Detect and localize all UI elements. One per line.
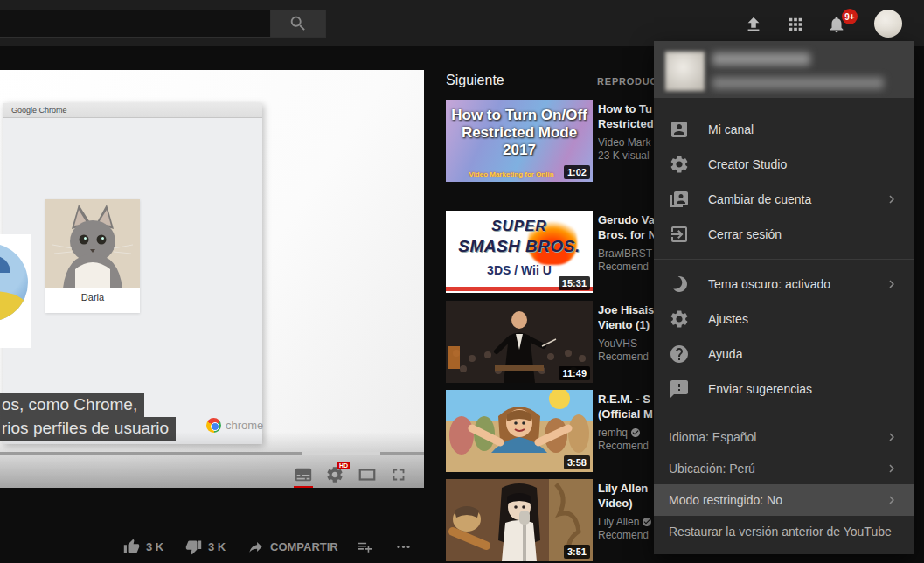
switch-account-icon: [669, 189, 690, 210]
video-title: Joe Hisais: [598, 302, 657, 317]
thumb-text: 3DS / Wii U: [446, 263, 593, 277]
account-email-redacted: [712, 77, 884, 89]
video-title: Video): [598, 496, 657, 511]
profile-card-partial: [0, 234, 31, 348]
video-channel: YouVHS: [598, 337, 657, 350]
video-meta: Recomend: [598, 529, 657, 541]
youtube-watch-page: 9+ Google Chrome: [0, 0, 924, 563]
help-icon: [669, 344, 690, 365]
account-menu-header: [654, 41, 914, 98]
theater-mode-button[interactable]: [358, 465, 377, 484]
menu-item-location[interactable]: Ubicación: Perú: [654, 453, 914, 484]
profile-card-name: Darla: [45, 292, 140, 302]
notification-count-badge: 9+: [842, 9, 858, 24]
subtitles-cc-button[interactable]: [294, 465, 313, 484]
playlist-add-icon: [357, 539, 373, 555]
chevron-right-icon: [884, 429, 900, 445]
masthead: 9+: [0, 0, 924, 46]
video-channel: BrawlBRST: [598, 247, 657, 260]
video-duration: 11:49: [559, 366, 590, 380]
verified-badge-icon: [642, 517, 652, 527]
thumb-text: 2017: [446, 142, 593, 159]
thumb-text: SMASH BROS.: [446, 237, 593, 256]
like-button[interactable]: 3 K: [123, 539, 163, 555]
chevron-right-icon: [884, 191, 900, 207]
video-thumbnail: 3:58: [446, 390, 593, 472]
search-input[interactable]: [0, 10, 271, 38]
video-meta: Recomend: [598, 351, 657, 363]
menu-item-settings[interactable]: Ajustes: [654, 302, 914, 337]
upload-icon[interactable]: [744, 15, 763, 34]
gear-icon: [669, 154, 690, 175]
video-duration: 3:58: [564, 455, 590, 469]
account-name-redacted: [712, 52, 810, 66]
video-meta: Recomend: [598, 261, 657, 273]
menu-item-switch-account[interactable]: Cambiar de cuenta: [654, 182, 914, 217]
video-title: Viento (1): [598, 317, 657, 332]
search-button[interactable]: [271, 10, 326, 38]
cc-active-indicator: [294, 486, 313, 488]
video-duration: 3:51: [564, 545, 590, 559]
chevron-right-icon: [884, 461, 900, 476]
menu-item-creator-studio[interactable]: Creator Studio: [654, 147, 914, 182]
account-menu: Mi canal Creator Studio Cambiar de cuent…: [654, 41, 914, 554]
chevron-right-icon: [884, 276, 900, 292]
gear-icon: [669, 309, 690, 330]
account-avatar-redacted: [665, 52, 705, 91]
video-title: (Official M: [598, 407, 657, 421]
video-action-bar: 3 K 3 K COMPARTIR: [0, 532, 424, 563]
hd-quality-badge: HD: [337, 462, 350, 469]
thumb-up-icon: [123, 539, 140, 555]
thumb-text: SUPER: [446, 218, 593, 235]
video-views: 23 K visual: [598, 149, 657, 162]
sign-out-icon: [669, 224, 690, 245]
progress-bar[interactable]: [0, 452, 424, 455]
search-icon: [288, 14, 308, 33]
video-thumbnail: 3:51: [446, 479, 593, 561]
video-duration: 1:02: [564, 165, 590, 179]
add-to-playlist-button[interactable]: [357, 539, 373, 555]
video-player[interactable]: Google Chrome: [0, 70, 424, 488]
chrome-window-title: Google Chrome: [3, 103, 262, 118]
menu-item-restore-old-youtube[interactable]: Restaurar la versión anterior de YouTube: [654, 516, 914, 547]
chrome-watermark: chrome: [206, 418, 263, 433]
dislike-count: 3 K: [208, 540, 226, 553]
video-duration: 15:31: [559, 276, 590, 290]
thumb-text: Restricted Mode: [446, 124, 593, 142]
menu-item-my-channel[interactable]: Mi canal: [654, 112, 914, 147]
caption-line-1: os, como Chrome,: [0, 393, 144, 417]
dislike-button[interactable]: 3 K: [185, 539, 226, 555]
video-thumbnail: SUPER SMASH BROS. 3DS / Wii U 15:31: [446, 211, 593, 293]
video-channel: remhq: [598, 427, 628, 439]
account-avatar[interactable]: [874, 10, 902, 38]
more-actions-button[interactable]: [395, 539, 412, 555]
thumb-down-icon: [185, 539, 202, 555]
verified-badge-icon: [630, 427, 641, 438]
chrome-logo-icon: [206, 418, 221, 433]
up-next-title: Siguiente: [446, 73, 504, 87]
profile-card-darla: Darla: [45, 199, 140, 313]
menu-item-help[interactable]: Ayuda: [654, 337, 914, 372]
menu-item-sign-out[interactable]: Cerrar sesión: [654, 217, 914, 252]
menu-item-restricted-mode[interactable]: Modo restringido: No: [654, 484, 914, 516]
apps-grid-icon[interactable]: [786, 15, 805, 34]
thumb-text: How to Turn On/Off: [446, 107, 593, 124]
video-title: How to Tu: [598, 101, 657, 116]
video-title: Bros. for N: [598, 227, 657, 242]
like-count: 3 K: [146, 540, 163, 553]
fullscreen-button[interactable]: [389, 465, 408, 484]
more-horizontal-icon: [395, 539, 412, 555]
thumb-credit: Video Marketing for Onlin: [446, 170, 577, 178]
video-channel: Video Mark: [598, 136, 657, 149]
cat-photo: [45, 199, 140, 288]
video-title: R.E.M. - S: [598, 392, 657, 407]
menu-item-send-feedback[interactable]: Enviar sugerencias: [654, 372, 914, 407]
menu-item-dark-theme[interactable]: Tema oscuro: activado: [654, 267, 914, 302]
video-meta: Recomend: [598, 440, 657, 452]
share-label: COMPARTIR: [270, 540, 338, 553]
feedback-icon: [669, 379, 690, 400]
share-button[interactable]: COMPARTIR: [247, 539, 338, 555]
menu-item-language[interactable]: Idioma: Español: [654, 421, 914, 453]
video-title: Lily Allen: [598, 481, 657, 496]
channel-person-icon: [669, 119, 690, 140]
